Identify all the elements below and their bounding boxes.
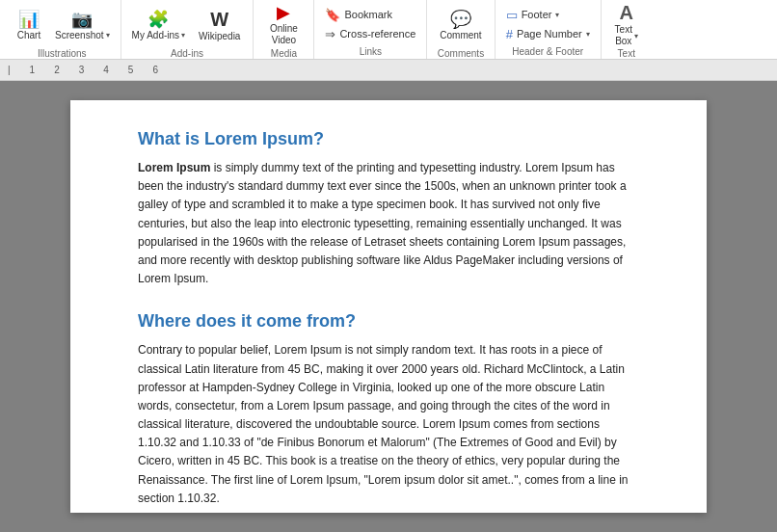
addins-button[interactable]: 🧩 My Add-ins ▾ — [127, 4, 190, 46]
addins-label: My Add-ins — [132, 30, 179, 40]
comments-buttons: 💬 Comment — [433, 4, 488, 46]
header-footer-group-label: Header & Footer — [501, 46, 595, 57]
video-icon: ▶ — [277, 4, 290, 21]
section2-heading: Where does it come from? — [138, 311, 639, 332]
ruler-bar: | 1 2 3 4 5 6 — [0, 60, 777, 81]
pagenum-button[interactable]: # Page Number ▾ — [501, 25, 595, 43]
textbox-icon: A — [620, 3, 633, 22]
ribbon-group-text: A TextBox ▾ Text — [602, 0, 652, 59]
wikipedia-label: Wikipedia — [199, 31, 240, 41]
crossref-icon: ⇒ — [325, 27, 335, 41]
addins-group-label: Add-ins — [127, 48, 248, 59]
ruler-mark: | — [8, 65, 11, 75]
screenshot-button[interactable]: 📷 Screenshot ▾ — [50, 4, 115, 46]
ruler-mark: 2 — [54, 65, 60, 75]
comment-icon: 💬 — [450, 11, 471, 28]
ribbon-group-comments: 💬 Comment Comments — [427, 0, 495, 59]
addins-dropdown-arrow: ▾ — [181, 31, 185, 40]
ruler-mark: 5 — [128, 65, 134, 75]
video-label: OnlineVideo — [270, 23, 298, 46]
text-group-label: Text — [607, 48, 646, 59]
footer-dropdown-arrow: ▾ — [555, 11, 559, 19]
document-section-2: Where does it come from? Contrary to pop… — [138, 311, 639, 532]
addins-buttons: 🧩 My Add-ins ▾ W Wikipedia — [127, 4, 248, 46]
ribbon-group-media: ▶ OnlineVideo Media — [254, 0, 314, 59]
screenshot-label: Screenshot — [55, 30, 104, 40]
chart-label: Chart — [17, 30, 40, 40]
links-buttons: 🔖 Bookmark ⇒ Cross-reference — [320, 4, 420, 44]
document-section-1: What is Lorem Ipsum? Lorem Ipsum is simp… — [138, 129, 639, 288]
chart-button[interactable]: 📊 Chart — [10, 4, 48, 46]
illustrations-buttons: 📊 Chart 📷 Screenshot ▾ — [10, 4, 115, 46]
ribbon-group-illustrations: 📊 Chart 📷 Screenshot ▾ Illustrations — [4, 0, 121, 59]
section2-paragraph-1: Contrary to popular belief, Lorem Ipsum … — [138, 341, 639, 508]
bookmark-button[interactable]: 🔖 Bookmark — [320, 6, 420, 24]
wikipedia-icon: W — [210, 10, 228, 29]
screenshot-icon: 📷 — [71, 11, 93, 28]
pagenum-dropdown-arrow: ▾ — [586, 30, 590, 39]
comment-label: Comment — [440, 30, 481, 40]
pagenum-icon: # — [506, 27, 513, 41]
ribbon-group-addins: 🧩 My Add-ins ▾ W Wikipedia Add-ins — [121, 0, 255, 59]
ribbon: 📊 Chart 📷 Screenshot ▾ Illustrations 🧩 — [0, 0, 777, 60]
illustrations-group-label: Illustrations — [10, 48, 115, 59]
section1-heading: What is Lorem Ipsum? — [138, 129, 639, 149]
document-page: What is Lorem Ipsum? Lorem Ipsum is simp… — [70, 100, 707, 513]
links-group-label: Links — [320, 46, 420, 57]
lorem-ipsum-bold: Lorem Ipsum — [138, 161, 210, 174]
crossref-label: Cross-reference — [339, 28, 415, 40]
footer-icon: ▭ — [506, 8, 518, 22]
ribbon-group-header-footer: ▭ Footer ▾ # Page Number ▾ Header & Foot… — [496, 0, 602, 59]
document-area: What is Lorem Ipsum? Lorem Ipsum is simp… — [0, 81, 777, 532]
addins-icon: 🧩 — [147, 11, 169, 28]
footer-button[interactable]: ▭ Footer ▾ — [501, 6, 595, 24]
bookmark-icon: 🔖 — [325, 8, 340, 22]
ruler-mark: 6 — [152, 65, 158, 75]
pagenum-label: Page Number — [517, 28, 582, 40]
screenshot-dropdown-arrow: ▾ — [106, 31, 110, 40]
crossref-button[interactable]: ⇒ Cross-reference — [320, 25, 420, 43]
footer-label: Footer — [522, 9, 552, 20]
video-button[interactable]: ▶ OnlineVideo — [259, 4, 308, 46]
comments-group-label: Comments — [433, 48, 488, 59]
section1-paragraph-1: Lorem Ipsum is simply dummy text of the … — [138, 159, 639, 288]
ruler-mark: 4 — [103, 65, 109, 75]
chart-icon: 📊 — [18, 11, 40, 28]
ruler-mark: 3 — [79, 65, 85, 75]
ruler-mark: 1 — [30, 65, 36, 75]
comment-button[interactable]: 💬 Comment — [433, 4, 488, 46]
media-group-label: Media — [259, 48, 308, 59]
textbox-dropdown-arrow: ▾ — [634, 32, 638, 40]
header-footer-buttons: ▭ Footer ▾ # Page Number ▾ — [501, 4, 595, 44]
media-buttons: ▶ OnlineVideo — [259, 4, 308, 46]
textbox-button[interactable]: A TextBox ▾ — [607, 4, 646, 46]
text-buttons: A TextBox ▾ — [607, 4, 646, 46]
wikipedia-button[interactable]: W Wikipedia — [192, 4, 247, 46]
textbox-label: TextBox — [615, 24, 632, 47]
ribbon-group-links: 🔖 Bookmark ⇒ Cross-reference Links — [314, 0, 427, 59]
bookmark-label: Bookmark — [344, 9, 392, 20]
